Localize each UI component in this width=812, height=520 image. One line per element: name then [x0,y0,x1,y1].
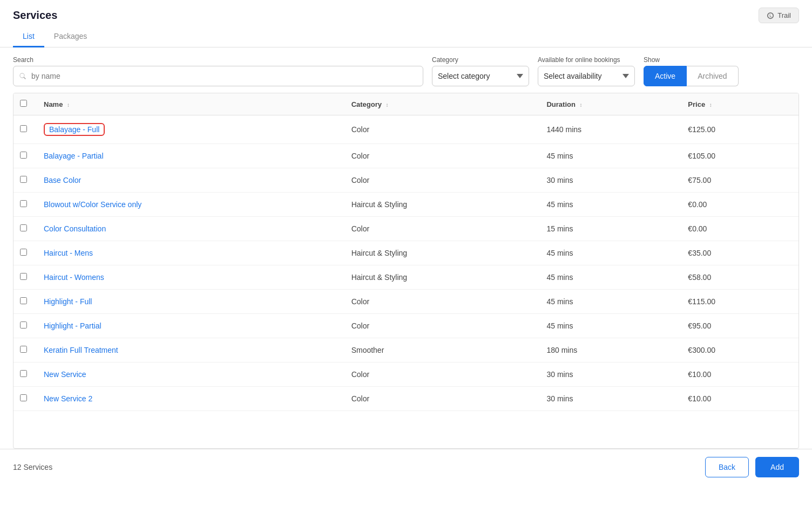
table-body: Balayage - Full Color 1440 mins €125.00 … [13,115,799,411]
back-button[interactable]: Back [705,457,749,477]
category-select[interactable]: Select category [432,66,529,86]
row-duration-cell: 180 mins [538,338,679,362]
services-table-container: Name ↕ Category ↕ Duration ↕ Price ↕ [13,93,799,449]
category-group: Category Select category [432,56,529,86]
row-checkbox[interactable] [20,370,27,377]
service-link[interactable]: New Service 2 [44,394,92,403]
row-price-cell: €0.00 [679,217,799,241]
row-checkbox-cell [13,338,35,362]
table-row: Haircut - Mens Haircut & Styling 45 mins… [13,241,799,265]
services-table: Name ↕ Category ↕ Duration ↕ Price ↕ [13,93,799,411]
row-category-cell: Color [343,314,538,338]
service-link[interactable]: Color Consultation [44,224,106,233]
row-category-cell: Color [343,168,538,193]
trail-label: Trail [777,11,791,19]
row-checkbox[interactable] [20,152,27,159]
row-price-cell: €300.00 [679,338,799,362]
service-link[interactable]: Balayage - Partial [44,152,104,160]
category-sort-icon[interactable]: ↕ [386,102,389,108]
availability-select[interactable]: Select availability [538,66,635,86]
show-archived-button[interactable]: Archived [687,66,738,86]
service-link[interactable]: Haircut - Mens [44,249,93,257]
row-category-cell: Color [343,115,538,144]
row-category-cell: Color [343,387,538,411]
show-active-button[interactable]: Active [644,66,687,86]
duration-sort-icon[interactable]: ↕ [580,102,583,108]
row-checkbox[interactable] [20,224,27,231]
page-footer: 12 Services Back Add [0,449,812,485]
tab-packages[interactable]: Packages [44,26,97,47]
show-label: Show [644,56,739,64]
service-link[interactable]: Highlight - Partial [44,321,102,330]
row-name-cell: Haircut - Mens [35,241,343,265]
row-name-cell: Balayage - Full [35,115,343,144]
service-link[interactable]: Haircut - Womens [44,273,104,282]
service-link[interactable]: Highlight - Full [44,297,92,306]
trail-button[interactable]: Trail [759,8,799,23]
service-link[interactable]: New Service [44,370,86,379]
table-row: Keratin Full Treatment Smoother 180 mins… [13,338,799,362]
row-duration-cell: 30 mins [538,362,679,387]
row-category-cell: Color [343,290,538,314]
row-checkbox-cell [13,387,35,411]
row-duration-cell: 45 mins [538,193,679,217]
table-row: Blowout w/Color Service only Haircut & S… [13,193,799,217]
row-duration-cell: 45 mins [538,314,679,338]
row-checkbox[interactable] [20,297,27,304]
row-category-cell: Color [343,217,538,241]
search-label: Search [13,56,423,64]
service-link[interactable]: Balayage - Full [44,123,105,136]
row-checkbox[interactable] [20,249,27,256]
table-row: New Service Color 30 mins €10.00 [13,362,799,387]
name-sort-icon[interactable]: ↕ [67,102,70,108]
show-group: Show Active Archived [644,56,739,86]
row-checkbox-cell [13,241,35,265]
row-price-cell: €10.00 [679,362,799,387]
table-header: Name ↕ Category ↕ Duration ↕ Price ↕ [13,93,799,115]
price-sort-icon[interactable]: ↕ [709,102,712,108]
row-name-cell: New Service 2 [35,387,343,411]
service-link[interactable]: Keratin Full Treatment [44,346,118,354]
search-input[interactable] [31,72,417,80]
row-checkbox-cell [13,144,35,168]
th-name: Name ↕ [35,93,343,115]
row-name-cell: Highlight - Partial [35,314,343,338]
table-row: Color Consultation Color 15 mins €0.00 [13,217,799,241]
tab-list[interactable]: List [13,26,44,47]
row-price-cell: €125.00 [679,115,799,144]
row-checkbox-cell [13,217,35,241]
row-price-cell: €95.00 [679,314,799,338]
row-checkbox[interactable] [20,200,27,207]
row-checkbox-cell [13,362,35,387]
row-duration-cell: 30 mins [538,387,679,411]
table-row: Highlight - Partial Color 45 mins €95.00 [13,314,799,338]
row-checkbox[interactable] [20,125,27,132]
th-price: Price ↕ [679,93,799,115]
availability-label: Available for online bookings [538,56,635,64]
row-category-cell: Color [343,362,538,387]
search-wrapper [13,66,423,86]
row-name-cell: Highlight - Full [35,290,343,314]
service-link[interactable]: Blowout w/Color Service only [44,200,141,209]
select-all-checkbox[interactable] [20,100,27,107]
row-checkbox[interactable] [20,273,27,280]
row-checkbox-cell [13,193,35,217]
services-count: 12 Services [13,463,52,471]
row-checkbox[interactable] [20,346,27,353]
row-checkbox[interactable] [20,176,27,183]
row-checkbox-cell [13,290,35,314]
table-row: Balayage - Partial Color 45 mins €105.00 [13,144,799,168]
row-name-cell: Keratin Full Treatment [35,338,343,362]
filter-row: Search Category Select category Availabl… [0,47,812,93]
service-link[interactable]: Base Color [44,176,81,184]
row-name-cell: Haircut - Womens [35,265,343,290]
select-all-header [13,93,35,115]
add-button[interactable]: Add [755,457,799,477]
row-category-cell: Haircut & Styling [343,265,538,290]
search-group: Search [13,56,423,86]
row-checkbox[interactable] [20,394,27,401]
row-checkbox[interactable] [20,321,27,329]
row-name-cell: New Service [35,362,343,387]
th-duration: Duration ↕ [538,93,679,115]
row-checkbox-cell [13,168,35,193]
